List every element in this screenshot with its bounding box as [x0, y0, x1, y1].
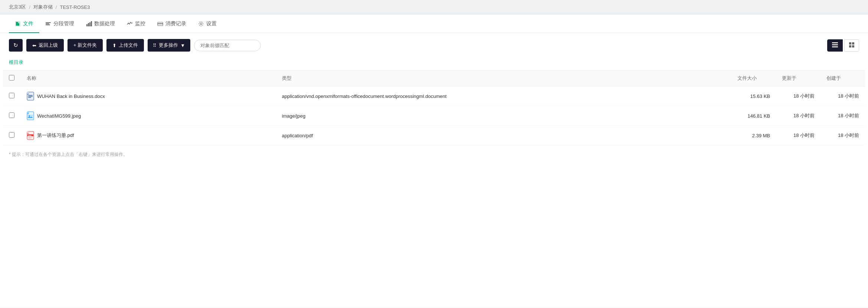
tip-text: * 提示：可通过在各个资源上点击「右键」来进行常用操作。 [9, 152, 128, 157]
row-size-cell: 146.81 KB [731, 106, 776, 126]
svg-rect-32 [27, 131, 29, 133]
file-icon-pdf: PDF [27, 131, 34, 140]
file-table: 名称 类型 文件大小 更新于 创建于 [3, 70, 865, 145]
tab-billing[interactable]: 消费记录 [151, 14, 192, 33]
row-name-cell: PDF 第一讲练习册.pdf [21, 126, 276, 145]
refresh-icon [13, 42, 18, 49]
tab-settings-label: 设置 [206, 20, 217, 27]
refresh-button[interactable] [9, 39, 23, 52]
tab-files[interactable]: 文件 [9, 14, 39, 33]
billing-tab-icon [157, 21, 163, 27]
svg-rect-19 [28, 95, 33, 96]
tab-settings[interactable]: 设置 [192, 14, 223, 33]
svg-rect-6 [89, 22, 91, 26]
tab-monitor[interactable]: 监控 [121, 14, 151, 33]
svg-rect-7 [91, 21, 92, 26]
row-type-cell: application/pdf [276, 126, 731, 145]
tab-segments[interactable]: 分段管理 [39, 14, 80, 33]
tab-files-label: 文件 [23, 20, 33, 27]
toolbar: ⬅ 返回上级 + 新文件夹 ⬆ 上传文件 ⠿ 更多操作 ▼ [0, 33, 868, 58]
main-container: 文件 分段管理 数据处理 [0, 14, 868, 308]
tab-segments-label: 分段管理 [53, 20, 74, 27]
file-icon-docx [27, 92, 34, 101]
row-name-cell: WechatIMG599.jpeg [21, 106, 276, 126]
breadcrumb-item-2[interactable]: 对象存储 [33, 4, 53, 10]
svg-rect-30 [28, 137, 33, 137]
row-created-cell: 18 小时前 [821, 106, 865, 126]
svg-rect-21 [28, 97, 31, 98]
file-name-link[interactable]: 第一讲练习册.pdf [37, 132, 74, 139]
tab-monitor-label: 监控 [135, 20, 145, 27]
breadcrumb: 北京3区 / 对象存储 / TEST-ROSE3 [0, 0, 868, 14]
file-name-link[interactable]: WUHAN Back in Business.docx [37, 94, 105, 99]
breadcrumb-item-1[interactable]: 北京3区 [9, 4, 26, 10]
file-name-link[interactable]: WechatIMG599.jpeg [37, 113, 81, 119]
row-checkbox-cell [3, 86, 21, 106]
row-checkbox-0[interactable] [9, 93, 14, 98]
svg-rect-13 [832, 46, 838, 47]
row-updated-cell: 18 小时前 [776, 126, 821, 145]
grid-view-icon [849, 43, 854, 49]
new-folder-button[interactable]: + 新文件夹 [68, 39, 103, 52]
row-created-cell: 18 小时前 [821, 126, 865, 145]
row-updated-cell: 18 小时前 [776, 86, 821, 106]
file-icon-jpeg [27, 111, 34, 120]
svg-rect-26 [27, 112, 29, 114]
breadcrumb-sep-1: / [29, 4, 30, 10]
svg-rect-11 [832, 42, 838, 43]
svg-rect-2 [46, 23, 49, 24]
row-size-cell: 2.39 MB [731, 126, 776, 145]
header-created: 创建于 [821, 71, 865, 86]
svg-rect-4 [86, 24, 88, 26]
monitor-tab-icon [127, 21, 133, 27]
tab-data-label: 数据处理 [94, 20, 115, 27]
breadcrumb-item-3: TEST-ROSE3 [60, 4, 90, 10]
header-checkbox [3, 71, 21, 86]
svg-rect-20 [28, 96, 33, 97]
svg-rect-12 [832, 44, 838, 45]
table-row: PDF 第一讲练习册.pdf application/pdf 2.39 MB 1… [3, 126, 865, 145]
file-table-container: 名称 类型 文件大小 更新于 创建于 [0, 70, 868, 145]
svg-rect-9 [158, 23, 163, 24]
chevron-down-icon: ▼ [180, 43, 185, 48]
file-tab-icon [15, 21, 21, 27]
row-type-cell: application/vnd.openxmlformats-officedoc… [276, 86, 731, 106]
back-label: 返回上级 [39, 42, 58, 49]
more-icon: ⠿ [153, 43, 157, 48]
more-actions-button[interactable]: ⠿ 更多操作 ▼ [148, 39, 190, 52]
more-label: 更多操作 [159, 42, 178, 49]
tab-billing-label: 消费记录 [165, 20, 186, 27]
tab-data[interactable]: 数据处理 [80, 14, 121, 33]
back-button[interactable]: ⬅ 返回上级 [26, 39, 64, 52]
settings-tab-icon [198, 21, 204, 27]
svg-rect-15 [852, 42, 854, 45]
svg-rect-5 [88, 23, 89, 26]
svg-rect-22 [27, 92, 29, 94]
svg-point-10 [200, 23, 202, 25]
header-updated: 更新于 [776, 71, 821, 86]
grid-view-button[interactable] [844, 39, 859, 52]
new-folder-label: + 新文件夹 [73, 42, 97, 49]
view-toggle [827, 39, 859, 52]
root-dir-label[interactable]: 根目录 [0, 58, 868, 70]
table-row: WechatIMG599.jpeg image/jpeg 146.81 KB 1… [3, 106, 865, 126]
svg-rect-1 [46, 22, 51, 23]
row-name-cell: WUHAN Back in Business.docx [21, 86, 276, 106]
tip-bar: * 提示：可通过在各个资源上点击「右键」来进行常用操作。 [0, 145, 868, 164]
svg-rect-17 [852, 45, 854, 47]
header-type: 类型 [276, 71, 731, 86]
svg-text:PDF: PDF [28, 135, 32, 137]
row-checkbox-2[interactable] [9, 132, 14, 138]
search-input[interactable] [194, 40, 261, 51]
tabs-bar: 文件 分段管理 数据处理 [0, 14, 868, 33]
select-all-checkbox[interactable] [9, 75, 14, 81]
row-type-cell: image/jpeg [276, 106, 731, 126]
svg-rect-14 [849, 42, 851, 45]
list-view-button[interactable] [827, 39, 843, 52]
upload-icon: ⬆ [112, 43, 116, 48]
table-row: WUHAN Back in Business.docx application/… [3, 86, 865, 106]
back-icon: ⬅ [32, 43, 36, 48]
upload-button[interactable]: ⬆ 上传文件 [106, 39, 144, 52]
row-checkbox-1[interactable] [9, 112, 14, 118]
svg-rect-3 [46, 24, 50, 25]
